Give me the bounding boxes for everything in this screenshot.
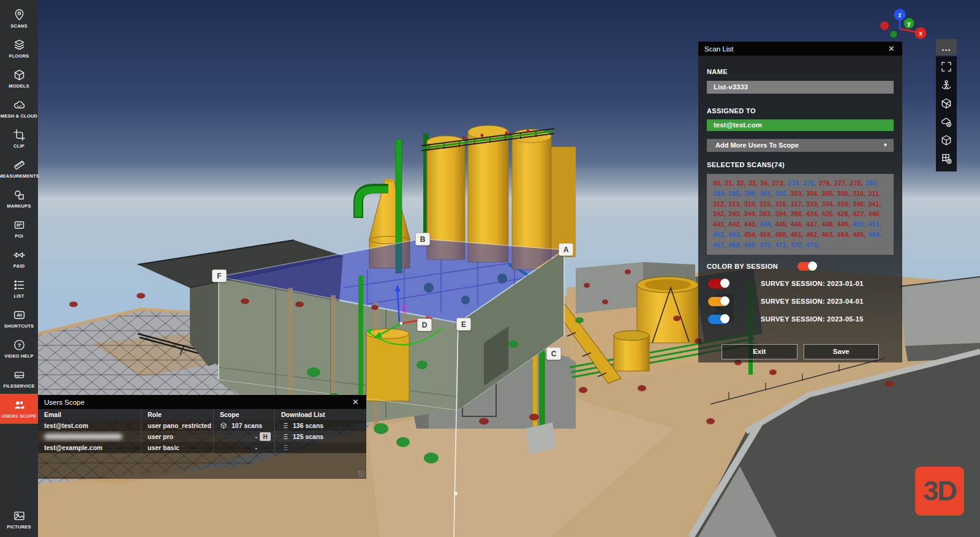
scan-number-segment: 454, 459, 460, 461, 462, 463, 464, 465,: [744, 231, 869, 238]
column-header-scope[interactable]: Scope: [213, 409, 274, 420]
session-toggle[interactable]: [708, 279, 729, 288]
sidebar-item-pictures[interactable]: PICTURES: [0, 505, 38, 535]
scan-list-header[interactable]: Scan List ✕: [698, 42, 902, 56]
close-icon[interactable]: ✕: [886, 43, 897, 54]
list-icon: [281, 422, 288, 429]
sidebar-item-label: FLOORS: [9, 53, 29, 59]
view-tool-stack: [936, 56, 957, 171]
clip-marker-a[interactable]: A: [559, 243, 573, 256]
sidebar-item-clip[interactable]: CLIP: [0, 124, 38, 154]
session-toggle[interactable]: [708, 315, 729, 324]
sidebar-item-label: FILESERVICE: [3, 383, 34, 389]
sidebar-item-mesh-cloud[interactable]: MESH & CLOUD: [0, 94, 38, 124]
sidebar-item-models[interactable]: MODELS: [0, 64, 38, 94]
sidebar-item-markups[interactable]: MARKUPS: [0, 184, 38, 214]
app-logo: 3D: [915, 467, 964, 516]
box-icon: [220, 422, 227, 429]
users-scope-panel: Users Scope ✕ EmailRoleScopeDownload Lis…: [38, 395, 366, 479]
h-badge[interactable]: H: [260, 432, 271, 441]
sidebar-item-label: SCANS: [10, 23, 27, 29]
sidebar-item-label: LIST: [13, 293, 24, 299]
clip-box-icon: [940, 97, 952, 112]
sidebar-item-scans[interactable]: SCANS: [0, 4, 38, 34]
column-header-email[interactable]: Email: [38, 409, 141, 420]
scan-number-segment: 30, 31, 32, 33, 34, 273,: [713, 179, 788, 187]
sidebar-item-label: PICTURES: [7, 524, 31, 530]
clip-marker-b[interactable]: B: [415, 233, 430, 246]
sidebar-item-users-scope[interactable]: USERS SCOPE: [0, 394, 38, 424]
sidebar-item-label: MESH & CLOUD: [1, 113, 37, 119]
model-box-icon: [940, 134, 952, 149]
sidebar-item-floors[interactable]: FLOORS: [0, 34, 38, 64]
selected-scans-list[interactable]: 30, 31, 32, 33, 34, 273, 274, 275, 276, …: [707, 174, 894, 255]
close-icon[interactable]: ✕: [350, 397, 361, 407]
cell-scope: -H: [213, 431, 274, 442]
sidebar-item-label: MEASUREMENTS: [0, 173, 39, 179]
sidebar-item-list[interactable]: LIST: [0, 274, 38, 304]
session-row: SURVEY SESSION: 2023-01-01: [707, 279, 894, 288]
session-toggle[interactable]: [708, 297, 729, 306]
session-toggle-list: SURVEY SESSION: 2023-01-01SURVEY SESSION…: [707, 279, 894, 324]
scan-list-body: NAME List-v3333 ASSIGNED TO test@test.co…: [698, 68, 902, 359]
table-row[interactable]: user pro-H125 scans: [38, 431, 366, 442]
axis-z-label: z: [899, 12, 902, 18]
walk-mode-icon: [940, 79, 952, 94]
sidebar-item-fileservice[interactable]: FILESERVICE: [0, 364, 38, 394]
exit-button[interactable]: Exit: [722, 344, 797, 359]
save-button[interactable]: Save: [804, 344, 880, 359]
session-label: SURVEY SESSION: 2023-04-01: [761, 298, 864, 305]
cell-email: test@example.com: [38, 442, 141, 453]
users-table: EmailRoleScopeDownload Listtest@test.com…: [38, 409, 366, 453]
axis-neg-x[interactable]: [880, 21, 889, 30]
assigned-user-value[interactable]: test@test.com: [707, 119, 894, 131]
color-by-session-toggle[interactable]: [797, 262, 816, 271]
more-options-button[interactable]: ...: [936, 39, 957, 55]
sidebar-item-shortcuts[interactable]: AltSHORTCUTS: [0, 304, 38, 334]
pointcloud-off-icon: [940, 116, 952, 130]
cube-icon: [13, 69, 26, 81]
table-row[interactable]: test@test.comuser pano_restricted107 sca…: [38, 420, 366, 431]
walk-mode-button[interactable]: [936, 77, 957, 96]
add-users-label: Add More Users To Scope: [715, 139, 799, 152]
users-scope-header[interactable]: Users Scope ✕: [38, 395, 366, 409]
question-icon: ?: [13, 339, 26, 351]
scan-number-segment: 445, 446, 447, 448, 449,: [775, 220, 853, 228]
add-users-dropdown[interactable]: Add More Users To Scope ▼: [707, 139, 894, 152]
axis-x-label: x: [919, 30, 922, 37]
clip-box-button[interactable]: [936, 96, 957, 114]
column-header-role[interactable]: Role: [141, 409, 213, 420]
table-row[interactable]: test@example.comuser basic-: [38, 442, 366, 453]
model-box-button[interactable]: [936, 132, 957, 151]
sidebar-item-p-id[interactable]: P&ID: [0, 244, 38, 274]
resize-handle[interactable]: [358, 471, 364, 477]
name-input[interactable]: List-v3333: [707, 81, 894, 94]
clip-marker-d[interactable]: D: [417, 318, 432, 331]
cell-role: user basic: [141, 442, 213, 453]
sidebar: SCANSFLOORSMODELSMESH & CLOUDCLIPMEASURE…: [0, 0, 38, 537]
cell-email: test@test.com: [38, 420, 141, 431]
chevron-down-icon: ▼: [883, 139, 888, 152]
cell-download-list: 125 scans: [274, 431, 366, 442]
clip-marker-f[interactable]: F: [212, 269, 227, 282]
clip-marker-e[interactable]: E: [456, 318, 471, 331]
fullscreen-button[interactable]: [936, 59, 957, 77]
name-label: NAME: [707, 68, 894, 75]
color-by-session-row: COLOR BY SESSION: [707, 262, 894, 271]
clip-marker-c[interactable]: C: [546, 347, 561, 360]
sidebar-item-label: VIDEO HELP: [4, 353, 33, 359]
crop-icon: [13, 129, 26, 141]
column-header-download-list[interactable]: Download List: [274, 409, 366, 420]
users-table-header: EmailRoleScopeDownload List: [38, 409, 366, 420]
sidebar-item-label: MODELS: [9, 83, 29, 89]
cell-role: user pano_restricted: [141, 420, 213, 431]
grid-off-button[interactable]: [936, 151, 957, 169]
shapes-icon: [13, 189, 26, 201]
axis-neg-y[interactable]: [891, 31, 897, 38]
sidebar-item-measurements[interactable]: MEASUREMENTS: [0, 154, 38, 184]
pointcloud-off-button[interactable]: [936, 114, 957, 132]
session-label: SURVEY SESSION: 2023-05-15: [761, 315, 864, 323]
image-icon: [13, 509, 26, 522]
sidebar-item-poi[interactable]: POI: [0, 214, 38, 244]
sidebar-item-video-help[interactable]: ?VIDEO HELP: [0, 334, 38, 364]
session-row: SURVEY SESSION: 2023-05-15: [707, 315, 894, 324]
